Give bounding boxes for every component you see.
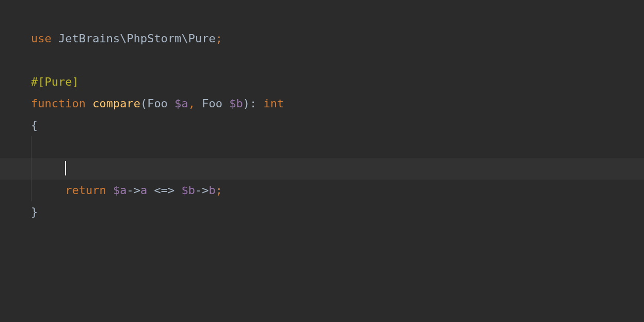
code-line[interactable]: use JetBrains\PhpStorm\Pure; xyxy=(31,28,644,50)
variable: $b xyxy=(181,184,195,197)
code-line[interactable]: function compare(Foo $a, Foo $b): int xyxy=(31,93,644,115)
code-line[interactable]: } xyxy=(31,201,644,223)
code-line-cursor[interactable] xyxy=(31,158,644,180)
indent xyxy=(31,162,65,175)
caret-icon xyxy=(65,161,66,175)
param-type: Foo xyxy=(195,97,229,110)
semicolon: ; xyxy=(216,32,222,45)
property: b xyxy=(208,184,215,197)
keyword-return: return xyxy=(65,184,106,197)
spaceship-op: <=> xyxy=(147,184,181,197)
code-line-blank[interactable] xyxy=(31,50,644,71)
code-line-blank[interactable] xyxy=(31,136,644,158)
attribute: #[Pure] xyxy=(31,75,79,88)
return-colon: : xyxy=(250,97,264,110)
keyword-function: function xyxy=(31,97,86,110)
code-editor[interactable]: use JetBrains\PhpStorm\Pure; #[Pure] fun… xyxy=(0,0,644,322)
indent xyxy=(31,184,65,197)
param-type: Foo xyxy=(147,97,174,110)
param-var: $a xyxy=(174,97,188,110)
keyword-use: use xyxy=(31,32,52,45)
namespace: JetBrains\PhpStorm\Pure xyxy=(52,32,216,45)
code-line[interactable]: return $a->a <=> $b->b; xyxy=(31,180,644,201)
variable: $a xyxy=(113,184,127,197)
param-var: $b xyxy=(229,97,243,110)
paren-open: ( xyxy=(140,97,147,110)
paren-close: ) xyxy=(243,97,250,110)
return-type: int xyxy=(263,97,284,110)
function-name: compare xyxy=(86,97,140,110)
arrow-op: -> xyxy=(195,184,209,197)
comma: , xyxy=(188,97,195,110)
brace-close: } xyxy=(31,205,38,218)
code-line[interactable]: { xyxy=(31,115,644,136)
semicolon: ; xyxy=(216,184,222,197)
property: a xyxy=(140,184,147,197)
code-line[interactable]: #[Pure] xyxy=(31,71,644,93)
space xyxy=(106,184,113,197)
brace-open: { xyxy=(31,119,38,132)
arrow-op: -> xyxy=(126,184,140,197)
